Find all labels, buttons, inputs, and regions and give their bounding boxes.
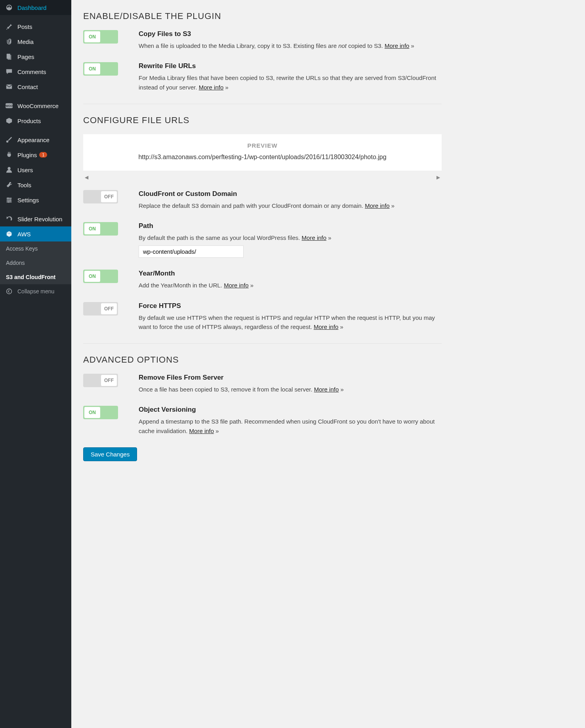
setting-row: OFFCloudFront or Custom DomainReplace th… [83,190,442,210]
sidebar-item-slider-revolution[interactable]: Slider Revolution [0,211,71,226]
setting-row: ONRewrite File URLsFor Media Library fil… [83,62,442,92]
setting-row: OFFRemove Files From ServerOnce a file h… [83,374,442,394]
sidebar-label: Tools [17,182,31,188]
toggle-label: OFF [101,375,117,386]
pages-icon [5,53,13,60]
pin-icon [5,23,13,30]
divider [83,343,442,344]
cube-icon [5,230,13,238]
toggle-switch[interactable]: OFF [83,374,118,387]
sidebar-item-appearance[interactable]: Appearance [0,132,71,147]
toggle-label: ON [84,407,100,418]
more-info-link[interactable]: More info [314,323,339,330]
sidebar-item-media[interactable]: Media [0,34,71,49]
setting-row: ONYear/MonthAdd the Year/Month in the UR… [83,270,442,290]
toggle-switch[interactable]: OFF [83,302,118,316]
appearance-icon [5,136,13,143]
preview-prev-icon[interactable]: ◀ [85,175,88,180]
main-content: ENABLE/DISABLE THE PLUGIN ONCopy Files t… [71,0,454,728]
toggle-switch[interactable]: ON [83,62,118,76]
path-input[interactable] [139,245,244,258]
sidebar-item-posts[interactable]: Posts [0,19,71,34]
more-info-link[interactable]: More info [365,202,390,209]
refresh-icon [5,215,13,222]
toggle-label: OFF [101,191,117,202]
sidebar-label: WooCommerce [17,103,59,109]
setting-description: Once a file has been copied to S3, remov… [139,385,442,394]
admin-sidebar: DashboardPostsMediaPagesCommentsContactW… [0,0,71,728]
sidebar-item-plugins[interactable]: Plugins1 [0,147,71,162]
svg-point-5 [6,141,8,143]
svg-rect-10 [8,198,8,200]
setting-row: OFFForce HTTPSBy default we use HTTPS wh… [83,302,442,332]
sidebar-item-aws[interactable]: AWS [0,226,71,241]
section-title-enable: ENABLE/DISABLE THE PLUGIN [83,11,442,21]
toggle-switch[interactable]: ON [83,270,118,283]
sidebar-label: Contact [17,84,38,90]
setting-row: ONCopy Files to S3When a file is uploade… [83,30,442,50]
preview-nav: ◀ ▶ [83,175,442,180]
setting-description: When a file is uploaded to the Media Lib… [139,41,442,50]
woo-icon: WOO [5,102,13,109]
sidebar-label: Comments [17,68,46,75]
settings-icon [5,196,13,203]
setting-title: CloudFront or Custom Domain [139,190,442,198]
svg-rect-7 [7,198,12,199]
collapse-menu[interactable]: Collapse menu [0,284,71,298]
sidebar-item-settings[interactable]: Settings [0,192,71,207]
setting-title: Path [139,222,442,230]
more-info-link[interactable]: More info [385,42,410,49]
more-info-link[interactable]: More info [302,234,327,241]
setting-title: Rewrite File URLs [139,62,442,70]
sidebar-label: Media [17,38,34,45]
comment-icon [5,68,13,75]
section-title-configure: CONFIGURE FILE URLS [83,115,442,125]
update-badge: 1 [39,152,47,158]
more-info-link[interactable]: More info [314,386,339,393]
mail-icon [5,83,13,90]
user-icon [5,166,13,173]
dashboard-icon [5,4,13,11]
preview-next-icon[interactable]: ▶ [436,175,440,180]
sidebar-item-products[interactable]: Products [0,113,71,128]
preview-url: http://s3.amazonaws.com/perftesting-1/wp… [83,154,442,161]
sidebar-item-contact[interactable]: Contact [0,79,71,94]
submenu-item-s3-and-cloudfront[interactable]: S3 and CloudFront [0,270,71,284]
svg-rect-12 [8,201,9,203]
sidebar-label: Posts [17,23,32,30]
setting-row: ONObject VersioningAppend a timestamp to… [83,406,442,435]
setting-description: By default we use HTTPS when the request… [139,313,442,332]
sidebar-item-users[interactable]: Users [0,162,71,177]
more-info-link[interactable]: More info [189,428,214,434]
toggle-switch[interactable]: ON [83,222,118,236]
sidebar-item-woocommerce[interactable]: WOOWooCommerce [0,98,71,113]
toggle-switch[interactable]: ON [83,30,118,44]
sidebar-item-dashboard[interactable]: Dashboard [0,0,71,15]
more-info-link[interactable]: More info [224,282,249,289]
svg-rect-2 [6,85,12,89]
setting-description: Append a timestamp to the S3 file path. … [139,417,442,435]
setting-title: Year/Month [139,270,442,278]
setting-description: By default the path is the same as your … [139,233,442,258]
toggle-label: ON [84,31,100,42]
products-icon [5,117,13,124]
sidebar-label: Pages [17,53,34,60]
svg-text:WOO: WOO [6,104,13,108]
media-icon [5,38,13,45]
submenu-item-access-keys[interactable]: Access Keys [0,241,71,256]
toggle-label: ON [84,271,100,282]
sidebar-item-pages[interactable]: Pages [0,49,71,64]
svg-rect-11 [10,199,11,201]
save-changes-button[interactable]: Save Changes [83,447,137,461]
sidebar-label: Slider Revolution [17,216,62,222]
sidebar-item-comments[interactable]: Comments [0,64,71,79]
sidebar-item-tools[interactable]: Tools [0,177,71,192]
svg-point-13 [7,289,12,294]
toggle-label: ON [84,63,100,74]
more-info-link[interactable]: More info [199,84,224,91]
sidebar-label: Dashboard [17,4,46,11]
toggle-switch[interactable]: ON [83,406,118,419]
section-title-advanced: ADVANCED OPTIONS [83,355,442,365]
toggle-switch[interactable]: OFF [83,190,118,203]
submenu-item-addons[interactable]: Addons [0,256,71,270]
